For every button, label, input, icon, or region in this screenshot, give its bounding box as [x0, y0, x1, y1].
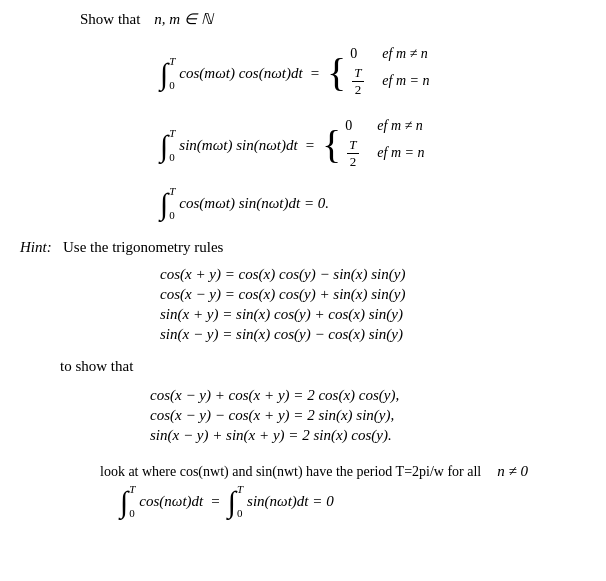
integral-block-2: ∫ T 0 sin(mωt) sin(nωt)dt = { 0 ef m ≠ — [20, 118, 586, 180]
integral-row-2: ∫ T 0 sin(mωt) sin(nωt)dt = { 0 ef m ≠ — [160, 118, 425, 172]
brace-case-2a: 0 ef m ≠ n — [345, 118, 424, 134]
case-cond-2b: ef m = n — [377, 145, 424, 161]
case-value-2b: T2 — [345, 137, 365, 169]
case-cond-1b: ef m = n — [382, 73, 429, 89]
derived-eq-3: sin(x − y) + sin(x + y) = 2 sin(x) cos(y… — [150, 427, 392, 444]
trig-rules-block: cos(x + y) = cos(x) cos(y) − sin(x) sin(… — [20, 266, 586, 346]
brace-case-1a: 0 ef m ≠ n — [350, 46, 429, 62]
case-value-1b: T2 — [350, 65, 370, 97]
integral-expr-2: ∫ T 0 sin(mωt) sin(nωt)dt = { 0 ef m ≠ — [160, 118, 425, 172]
brace-case-1b: T2 ef m = n — [350, 65, 429, 97]
case-cond-2a: ef m ≠ n — [377, 118, 422, 134]
to-show-that: to show that — [20, 358, 586, 375]
trig-rule-4: sin(x − y) = sin(x) cos(y) − cos(x) sin(… — [160, 326, 403, 343]
integral-expr-3: ∫ T 0 cos(mωt) sin(nωt)dt = 0. — [160, 190, 329, 217]
brace-system-2: { 0 ef m ≠ n T2 ef m = n — [322, 118, 424, 172]
final-integrand-right: sin(nωt)dt = 0 — [247, 493, 334, 510]
integral-row-1: ∫ T 0 cos(mωt) cos(nωt)dt = { 0 ef m ≠ — [160, 46, 430, 100]
integrand-3: cos(mωt) sin(nωt)dt = 0. — [179, 195, 329, 212]
case-value-2a: 0 — [345, 118, 365, 134]
final-integrand-left: cos(nωt)dt — [139, 493, 203, 510]
integrand-2: sin(mωt) sin(nωt)dt — [179, 137, 297, 154]
show-that-label: Show that — [80, 11, 140, 28]
hint-text: Use the trigonometry rules — [63, 239, 223, 256]
page: Show that n, m ∈ ℕ ∫ T 0 cos(mωt) cos(nω… — [20, 10, 586, 515]
brace-cases-1: 0 ef m ≠ n T2 ef m = n — [350, 46, 429, 100]
integral-row-3: ∫ T 0 cos(mωt) sin(nωt)dt = 0. — [160, 190, 329, 217]
look-at-section: look at where cos(nwt) and sin(nwt) have… — [100, 463, 586, 480]
derived-eq-2: cos(x − y) − cos(x + y) = 2 sin(x) sin(y… — [150, 407, 394, 424]
equals-sign: = — [211, 493, 219, 510]
trig-rule-3: sin(x + y) = sin(x) cos(y) + cos(x) sin(… — [160, 306, 403, 323]
case-cond-1a: ef m ≠ n — [382, 46, 427, 62]
integral-block-3: ∫ T 0 cos(mωt) sin(nωt)dt = 0. — [20, 190, 586, 225]
brace-cases-2: 0 ef m ≠ n T2 ef m = n — [345, 118, 424, 172]
case-value-1a: 0 — [350, 46, 370, 62]
brace-case-2b: T2 ef m = n — [345, 137, 424, 169]
derived-equations-block: cos(x − y) + cos(x + y) = 2 cos(x) cos(y… — [20, 387, 586, 447]
n-neq-0: n ≠ 0 — [497, 463, 528, 480]
hint-label: Hint: — [20, 239, 55, 256]
integral-expr-1: ∫ T 0 cos(mωt) cos(nωt)dt = { 0 ef m ≠ — [160, 46, 430, 100]
trig-rule-1: cos(x + y) = cos(x) cos(y) − sin(x) sin(… — [160, 266, 405, 283]
hint-section: Hint: Use the trigonometry rules — [20, 239, 586, 256]
trig-rule-2: cos(x − y) = cos(x) cos(y) + sin(x) sin(… — [160, 286, 405, 303]
brace-system-1: { 0 ef m ≠ n T2 ef m = n — [327, 46, 429, 100]
final-integral-row: ∫ T 0 cos(nωt)dt = ∫ T 0 sin(nωt)dt = 0 — [20, 488, 586, 515]
look-at-text: look at where cos(nwt) and sin(nwt) have… — [100, 464, 481, 480]
integral-block-1: ∫ T 0 cos(mωt) cos(nωt)dt = { 0 ef m ≠ — [20, 46, 586, 108]
derived-eq-1: cos(x − y) + cos(x + y) = 2 cos(x) cos(y… — [150, 387, 399, 404]
condition: n, m ∈ ℕ — [150, 10, 212, 28]
integrand-1: cos(mωt) cos(nωt)dt — [179, 65, 302, 82]
show-that-line: Show that n, m ∈ ℕ — [20, 10, 586, 28]
